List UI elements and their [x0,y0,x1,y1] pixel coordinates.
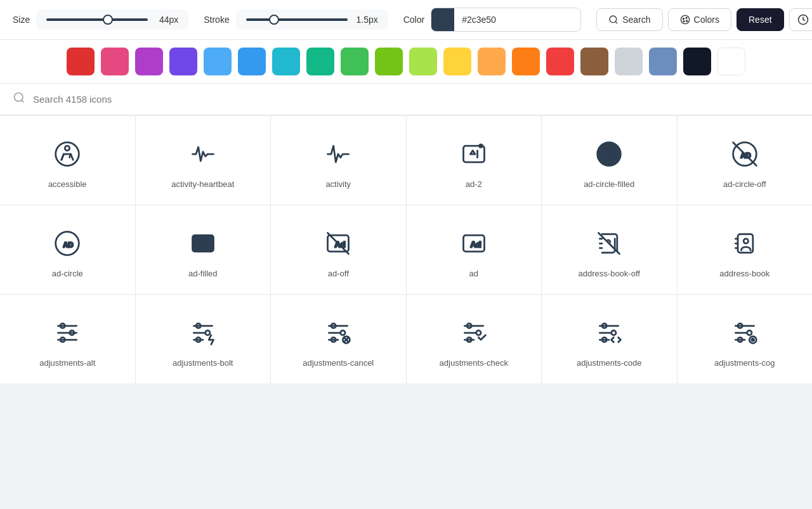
icon-card-address-book-off[interactable]: address-book-off [542,205,677,294]
color-purple[interactable] [169,48,197,75]
palette-icon [680,15,690,25]
color-green-dark[interactable] [306,48,334,75]
color-lime[interactable] [409,48,437,75]
color-red-orange[interactable] [546,48,574,75]
icon-label-adjustments-cancel: adjustments-cancel [303,358,374,368]
icon-label-ad-filled: ad-filled [188,269,218,278]
color-blue-light[interactable] [204,48,232,75]
icon-visual-adjustments-bolt [188,318,218,348]
toolbar: Size 44px Stroke 1.5px Color Search Colo… [0,0,812,40]
icon-label-address-book: address-book [719,269,769,278]
size-label: Size [13,15,30,25]
color-pink[interactable] [101,48,129,75]
icon-visual-adjustments-check [459,318,489,348]
color-swatch[interactable] [431,8,454,31]
icon-label-ad: ad [469,269,478,278]
icon-card-address-book[interactable]: address-book [678,205,813,294]
color-control: Color [403,8,581,32]
icon-card-ad-circle-off[interactable]: ADad-circle-off [678,116,813,205]
icon-card-adjustments-alt[interactable]: adjustments-alt [0,295,135,383]
color-hex-input[interactable] [454,15,580,25]
icon-visual-ad-circle-filled: AD [594,139,624,169]
icon-card-ad[interactable]: Adad [407,205,542,294]
color-gray-blue[interactable] [649,48,677,75]
reset-button[interactable]: Reset [737,8,784,31]
svg-text:Ad: Ad [335,240,346,249]
search-icon [13,91,25,104]
main-content: accessibleactivity-heartbeatactivityad-2… [0,116,812,383]
icon-card-adjustments-check[interactable]: adjustments-check [407,295,542,383]
icon-visual-ad-2 [459,139,489,169]
color-brown[interactable] [580,48,608,75]
icons-grid: accessibleactivity-heartbeatactivityad-2… [0,116,812,383]
color-green-light[interactable] [375,48,403,75]
color-red[interactable] [67,48,95,75]
icon-card-ad-off[interactable]: Adad-off [271,205,406,294]
icon-label-ad-circle-filled: ad-circle-filled [584,179,634,189]
icon-card-activity-heartbeat[interactable]: activity-heartbeat [136,116,271,205]
icon-card-activity[interactable]: activity [271,116,406,205]
color-purple-bright[interactable] [135,48,163,75]
search-button-label: Search [622,15,650,25]
color-input-group[interactable] [431,8,581,32]
icon-label-ad-circle-off: ad-circle-off [723,179,766,189]
color-orange[interactable] [512,48,540,75]
icon-card-ad-circle-filled[interactable]: ADad-circle-filled [542,116,677,205]
icon-card-adjustments-cancel[interactable]: adjustments-cancel [271,295,406,383]
svg-point-68 [747,330,751,335]
icon-card-ad-2[interactable]: ad-2 [407,116,542,205]
icon-card-ad-circle[interactable]: ADad-circle [0,205,135,294]
color-teal[interactable] [272,48,300,75]
svg-point-13 [478,143,483,148]
icon-label-ad-2: ad-2 [466,179,482,189]
color-white[interactable] [717,48,745,75]
icon-card-adjustments-cog[interactable]: adjustments-cog [678,295,813,383]
icon-card-accessible[interactable]: accessible [0,116,135,205]
svg-point-6 [683,21,684,22]
color-green[interactable] [341,48,369,75]
svg-line-1 [615,22,617,23]
svg-text:Ad: Ad [470,240,481,249]
icon-visual-ad: Ad [459,228,489,259]
svg-point-2 [681,15,689,23]
color-blue[interactable] [238,48,266,75]
icon-visual-accessible [52,139,82,169]
icon-card-adjustments-code[interactable]: adjustments-code [542,295,677,383]
icon-visual-ad-circle: AD [52,228,82,259]
search-bar [0,84,812,116]
color-orange-light[interactable] [478,48,506,75]
stroke-slider[interactable] [246,18,348,21]
size-value: 44px [153,15,178,25]
svg-line-9 [22,100,24,103]
toolbar-buttons: Search Colors Reset [596,8,812,31]
icon-card-ad-filled[interactable]: Adad-filled [136,205,271,294]
svg-point-5 [686,20,687,22]
colors-button-label: Colors [694,15,719,25]
colors-button[interactable]: Colors [668,8,731,31]
colors-bar [0,40,812,84]
svg-point-47 [341,330,345,335]
icon-label-activity: activity [325,179,351,189]
size-slider[interactable] [46,18,148,21]
icon-label-adjustments-code: adjustments-code [577,358,642,368]
svg-point-30 [743,238,748,243]
svg-point-0 [610,16,617,23]
svg-text:AD: AD [63,241,74,248]
search-button[interactable]: Search [596,8,662,31]
color-black[interactable] [683,48,711,75]
color-label: Color [403,15,424,25]
icon-label-address-book-off: address-book-off [579,269,640,278]
history-button[interactable] [789,8,812,31]
svg-point-71 [752,338,754,341]
icon-card-adjustments-bolt[interactable]: adjustments-bolt [136,295,271,383]
color-gray-light[interactable] [615,48,643,75]
search-icon [608,15,619,25]
search-input[interactable] [33,94,799,105]
icon-visual-address-book [730,228,760,259]
color-yellow[interactable] [443,48,471,75]
stroke-value: 1.5px [353,15,378,25]
svg-text:Ad: Ad [199,240,210,249]
icon-label-adjustments-check: adjustments-check [440,358,508,368]
size-control: Size 44px [13,10,188,30]
stroke-slider-container: 1.5px [236,10,388,30]
